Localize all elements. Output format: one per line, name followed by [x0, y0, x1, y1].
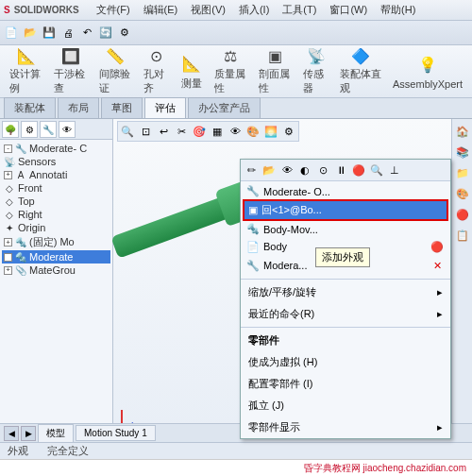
file-explorer-icon[interactable]: 📁 [454, 164, 471, 181]
menu-tools[interactable]: 工具(T) [277, 1, 322, 19]
ctx-recent[interactable]: 最近的命令(R)▸ [241, 303, 450, 325]
zoom-area-icon[interactable]: ⊡ [138, 124, 153, 139]
hide-show-icon[interactable]: 👁 [228, 124, 243, 139]
appearance-icon[interactable]: 🎨 [245, 124, 261, 139]
isolate-icon[interactable]: ⊙ [315, 162, 330, 178]
sensor-icon: 📡 [305, 47, 328, 65]
display-tab-icon[interactable]: 👁 [59, 121, 76, 138]
appearance-edit-icon[interactable]: 🔴 [351, 162, 366, 178]
tab-motion-study[interactable]: Motion Study 1 [76, 425, 156, 441]
new-icon[interactable]: 📄 [4, 26, 19, 41]
ribbon-assembly-vis[interactable]: 🔷装配体直观 [334, 47, 387, 95]
delete-icon[interactable]: ✕ [430, 258, 445, 273]
expand-icon[interactable]: + [4, 238, 12, 246]
view-orient-icon[interactable]: 🎯 [192, 124, 207, 139]
task-pane: 🏠 📚 📁 🎨 🔴 📋 [451, 119, 472, 440]
heads-up-toolbar: 🔍 ⊡ ↩ ✂ 🎯 ▦ 👁 🎨 🌅 ⚙ [117, 121, 299, 142]
expand-icon[interactable]: + [4, 253, 12, 262]
breadcrumb-item[interactable]: 🔧Moderate- O... [243, 183, 448, 199]
print-icon[interactable]: 🖨 [60, 26, 76, 41]
tab-sketch[interactable]: 草图 [101, 97, 143, 118]
ribbon-interference[interactable]: 🔲干涉检查 [48, 47, 93, 95]
options-icon[interactable]: ⚙ [117, 26, 132, 41]
ribbon-section[interactable]: ▣剖面属性 [253, 47, 297, 95]
scroll-left-icon[interactable]: ◀ [4, 426, 19, 441]
tab-evaluate[interactable]: 评估 [144, 97, 186, 118]
breadcrumb-item[interactable]: 🔩Body-Mov... [243, 221, 448, 237]
tree-item[interactable]: 📡Sensors [2, 155, 110, 168]
tab-assembly[interactable]: 装配体 [4, 97, 56, 118]
ctx-component-display[interactable]: 零部件显示▸ [241, 416, 450, 438]
tree-item[interactable]: -🔧Moderate- C [2, 142, 110, 155]
appearances-icon[interactable]: 🔴 [454, 206, 471, 223]
tab-layout[interactable]: 布局 [58, 97, 99, 118]
menu-insert[interactable]: 插入(I) [233, 1, 275, 19]
tree-item[interactable]: ◇Front [2, 181, 110, 195]
save-icon[interactable]: 💾 [42, 26, 57, 41]
custom-props-icon[interactable]: 📋 [454, 227, 471, 244]
resources-icon[interactable]: 🏠 [454, 123, 471, 140]
app-logo-prefix: S [4, 5, 10, 15]
zoom-to-icon[interactable]: 🔍 [369, 162, 384, 178]
tree-item[interactable]: +AAnnotati [2, 168, 110, 181]
prev-view-icon[interactable]: ↩ [156, 124, 171, 139]
ribbon-measure[interactable]: 📐测量 [175, 47, 209, 95]
menu-view[interactable]: 视图(V) [185, 1, 231, 19]
ctx-make-virtual[interactable]: 使成为虚拟 (H) [241, 351, 450, 373]
ctx-component-header: 零部件 [241, 330, 450, 351]
config-tab-icon[interactable]: 🔧 [40, 121, 57, 138]
ribbon-assembly-xpert[interactable]: 💡AssemblyXpert [387, 47, 468, 95]
expand-icon[interactable]: + [4, 266, 12, 275]
section-icon: ▣ [264, 47, 287, 65]
menu-help[interactable]: 帮助(H) [375, 1, 421, 19]
tab-model[interactable]: 模型 [38, 424, 74, 443]
undo-icon[interactable]: ↶ [79, 26, 94, 41]
transparency-icon[interactable]: ◐ [297, 162, 312, 178]
rebuild-icon[interactable]: 🔄 [98, 26, 113, 41]
menu-window[interactable]: 窗口(W) [324, 1, 373, 19]
plane-icon: ◇ [4, 196, 15, 207]
design-lib-icon[interactable]: 📚 [454, 144, 471, 161]
ribbon: 📐设计算例 🔲干涉检查 📏间隙验证 ⊙孔对齐 📐测量 ⚖质量属性 ▣剖面属性 📡… [0, 45, 472, 98]
tab-office[interactable]: 办公室产品 [188, 97, 261, 118]
view-settings-icon[interactable]: ⚙ [281, 124, 296, 139]
clearance-icon: 📏 [104, 47, 126, 65]
feature-tree-tab-icon[interactable]: 🌳 [2, 121, 19, 138]
submenu-arrow-icon: ▸ [437, 286, 443, 298]
watermark: 昏字典教程网 jiaocheng.chazidian.com [0, 459, 472, 476]
feature-tree[interactable]: -🔧Moderate- C 📡Sensors +AAnnotati ◇Front… [0, 140, 112, 440]
suppress-icon[interactable]: ⏸ [333, 162, 348, 178]
section-view-icon[interactable]: ✂ [174, 124, 189, 139]
part-icon: 🔧 [246, 260, 260, 272]
title-bar: S SOLIDWORKS 文件(F) 编辑(E) 视图(V) 插入(I) 工具(… [0, 0, 472, 21]
scene-icon[interactable]: 🌅 [263, 124, 278, 139]
status-bar: 外观 完全定义 [0, 442, 472, 459]
appearance-add-icon[interactable]: 🔴 [430, 239, 445, 254]
ctx-configure[interactable]: 配置零部件 (I) [241, 373, 450, 395]
open-icon[interactable]: 📂 [23, 26, 38, 41]
ribbon-design-study[interactable]: 📐设计算例 [4, 47, 48, 95]
property-tab-icon[interactable]: ⚙ [21, 121, 38, 138]
ribbon-mass[interactable]: ⚖质量属性 [209, 47, 253, 95]
collapse-icon[interactable]: - [4, 144, 12, 153]
open-part-icon[interactable]: 📂 [261, 162, 277, 178]
ctx-isolate[interactable]: 孤立 (J) [241, 395, 450, 416]
ribbon-sensor[interactable]: 📡传感器 [297, 47, 334, 95]
part-icon: 🔩 [15, 251, 26, 263]
menu-bar: 文件(F) 编辑(E) 视图(V) 插入(I) 工具(T) 窗口(W) 帮助(H… [91, 1, 422, 19]
expand-icon[interactable]: + [4, 171, 12, 179]
display-style-icon[interactable]: ▦ [210, 124, 225, 139]
menu-file[interactable]: 文件(F) [91, 1, 136, 19]
ribbon-hole-align[interactable]: ⊙孔对齐 [138, 47, 175, 95]
zoom-fit-icon[interactable]: 🔍 [120, 124, 135, 139]
normal-to-icon[interactable]: ⊥ [387, 162, 402, 178]
ctx-zoom-pan[interactable]: 缩放/平移/旋转▸ [241, 281, 450, 303]
view-palette-icon[interactable]: 🎨 [454, 185, 471, 202]
context-menu: ✏ 📂 👁 ◐ ⊙ ⏸ 🔴 🔍 ⊥ 🔧Moderate- O... ▣回<1>@… [240, 159, 451, 439]
menu-edit[interactable]: 编辑(E) [138, 1, 184, 19]
hide-icon[interactable]: 👁 [279, 162, 295, 178]
edit-part-icon[interactable]: ✏ [244, 162, 259, 178]
breadcrumb-item-highlighted[interactable]: ▣回<1>@Bo... [243, 199, 448, 221]
ribbon-clearance[interactable]: 📏间隙验证 [93, 47, 138, 95]
scroll-right-icon[interactable]: ▶ [21, 426, 36, 441]
